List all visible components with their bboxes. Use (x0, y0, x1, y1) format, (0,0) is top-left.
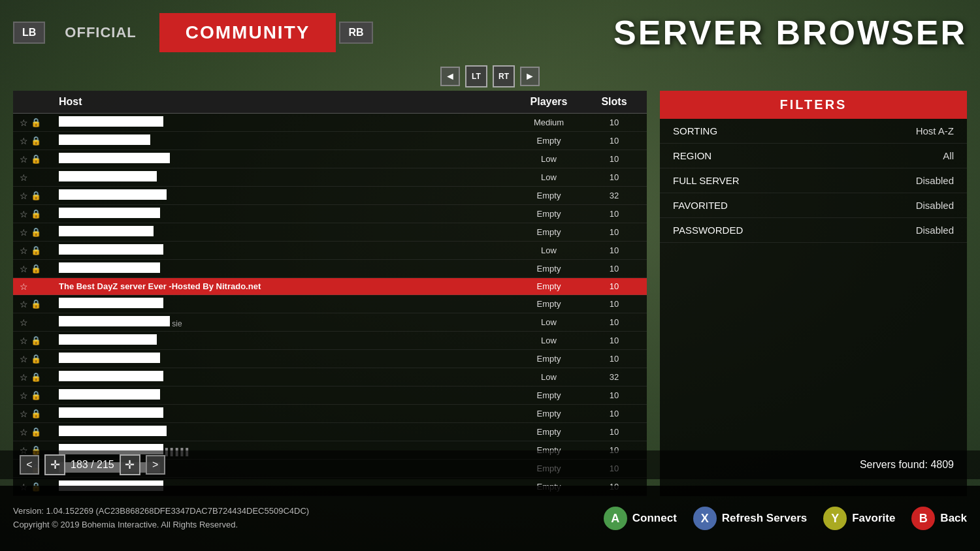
server-slots: 32 (588, 191, 640, 200)
table-row[interactable]: ☆ 🔒 Low 10 (13, 242, 647, 260)
table-row[interactable]: ☆ sie Low 10 (13, 313, 647, 332)
filters-title: FILTERS (780, 97, 847, 112)
lock-icon: 🔒 (31, 427, 41, 437)
row-icons: ☆ 🔒 (20, 264, 59, 274)
row-icons: ☆ (20, 317, 59, 328)
version-line1: Version: 1.04.152269 (AC23B868268DFE3347… (13, 505, 309, 518)
row-icons: ☆ 🔒 (20, 372, 59, 383)
refresh-button[interactable]: X Refresh Servers (693, 507, 807, 530)
table-row[interactable]: ☆ 🔒 Low 10 (13, 150, 647, 168)
server-players: Low (510, 154, 588, 164)
row-icons: ☆ 🔒 (20, 209, 59, 219)
row-icons: ☆ 🔒 (20, 427, 59, 437)
filters-panel: FILTERS SORTING Host A-Z REGION All FULL… (660, 91, 967, 496)
server-name (59, 407, 510, 420)
lock-icon: 🔒 (31, 154, 41, 164)
favorite-button[interactable]: Y Favorite (823, 507, 895, 530)
filter-region-label: REGION (673, 150, 711, 161)
star-icon: ☆ (20, 172, 28, 183)
server-players: Empty (510, 227, 588, 237)
table-row[interactable]: ☆ 🔒 Empty 10 (13, 295, 647, 313)
server-name (59, 298, 510, 310)
back-button[interactable]: B Back (911, 507, 967, 530)
connect-button[interactable]: A Connect (604, 507, 677, 530)
rb-button[interactable]: RB (339, 22, 372, 44)
server-name (59, 153, 510, 165)
tab-official[interactable]: OFFICIAL (45, 18, 155, 48)
page-nav-left[interactable]: ◄ (440, 67, 460, 86)
table-row[interactable]: ☆ 🔒 Empty 10 (13, 205, 647, 223)
filter-favorited[interactable]: FAVORITED Disabled (660, 193, 967, 218)
star-icon: ☆ (20, 336, 28, 346)
star-icon: ☆ (20, 154, 28, 165)
server-players: Low (510, 372, 588, 382)
y-button-icon: Y (823, 507, 847, 530)
table-row[interactable]: ☆ Low 10 (13, 168, 647, 187)
table-row[interactable]: ☆ 🔒 Empty 10 (13, 405, 647, 423)
lock-icon: 🔒 (31, 336, 41, 345)
lock-icon: 🔒 (31, 372, 41, 382)
table-row[interactable]: ☆ 🔒 Low 32 (13, 368, 647, 386)
star-icon: ☆ (20, 227, 28, 238)
star-icon: ☆ (20, 118, 28, 128)
filter-full-server[interactable]: FULL SERVER Disabled (660, 168, 967, 193)
table-row[interactable]: ☆ 🔒 Empty 10 (13, 350, 647, 368)
server-players: Empty (510, 409, 588, 418)
table-row-selected[interactable]: ☆ The Best DayZ server Ever -Hosted By N… (13, 278, 647, 295)
row-icons: ☆ (20, 281, 59, 292)
tab-community[interactable]: COMMUNITY (159, 13, 336, 52)
server-slots: 10 (588, 354, 640, 364)
prev-page-button[interactable]: < (20, 455, 39, 475)
lt-icon: LT (465, 65, 487, 87)
server-slots: 10 (588, 409, 640, 418)
table-row[interactable]: ☆ 🔒 Medium 10 (13, 114, 647, 132)
server-players: Empty (510, 264, 588, 274)
lock-icon: 🔒 (31, 191, 41, 200)
server-players: Low (510, 317, 588, 327)
server-list-container: Host Players Slots ☆ 🔒 Medium 10 ☆ 🔒 (13, 91, 647, 496)
page-title: SERVER BROWSER (613, 13, 967, 52)
star-icon: ☆ (20, 390, 28, 401)
table-row[interactable]: ☆ 🔒 Empty 10 (13, 132, 647, 150)
bottom-bar: Version: 1.04.152269 (AC23B868268DFE3347… (0, 486, 980, 551)
server-players: Empty (510, 427, 588, 437)
filter-sorting[interactable]: SORTING Host A-Z (660, 119, 967, 144)
row-icons: ☆ 🔒 (20, 154, 59, 165)
server-name (59, 171, 510, 183)
server-slots: 10 (588, 281, 640, 291)
table-row[interactable]: ☆ 🔒 Empty 10 (13, 260, 647, 278)
table-row[interactable]: ☆ 🔒 Empty 10 (13, 423, 647, 441)
server-players: Empty (510, 136, 588, 146)
server-slots: 10 (588, 209, 640, 219)
table-row[interactable]: ☆ 🔒 Empty 10 (13, 386, 647, 405)
filter-passworded[interactable]: PASSWORDED Disabled (660, 218, 967, 243)
server-list-header: Host Players Slots (13, 91, 647, 114)
next-page-button[interactable]: > (146, 455, 165, 475)
table-row[interactable]: ☆ 🔒 Empty 10 (13, 223, 647, 242)
table-row[interactable]: ☆ 🔒 Low 10 (13, 332, 647, 350)
star-icon: ☆ (20, 281, 28, 292)
main-content: Host Players Slots ☆ 🔒 Medium 10 ☆ 🔒 (0, 91, 980, 496)
server-name: sie (59, 316, 510, 328)
lb-button[interactable]: LB (13, 22, 45, 44)
row-icons: ☆ 🔒 (20, 299, 59, 309)
star-icon: ☆ (20, 409, 28, 419)
favorite-label: Favorite (852, 512, 895, 525)
server-name (59, 244, 510, 257)
server-slots: 10 (588, 227, 640, 237)
page-nav-right[interactable]: ► (520, 67, 540, 86)
server-name (59, 134, 510, 147)
row-icons: ☆ 🔒 (20, 227, 59, 238)
server-players: Empty (510, 390, 588, 400)
server-name (59, 389, 510, 401)
row-icons: ☆ 🔒 (20, 336, 59, 346)
dpad-icon-right: ✛ (120, 454, 140, 475)
lock-icon: 🔒 (31, 136, 41, 146)
table-row[interactable]: ☆ 🔒 Empty 32 (13, 187, 647, 205)
col-players: Players (510, 96, 588, 108)
server-slots: 32 (588, 372, 640, 382)
lock-icon: 🔒 (31, 264, 41, 274)
server-name (59, 262, 510, 275)
filter-region[interactable]: REGION All (660, 144, 967, 168)
server-slots: 10 (588, 172, 640, 182)
